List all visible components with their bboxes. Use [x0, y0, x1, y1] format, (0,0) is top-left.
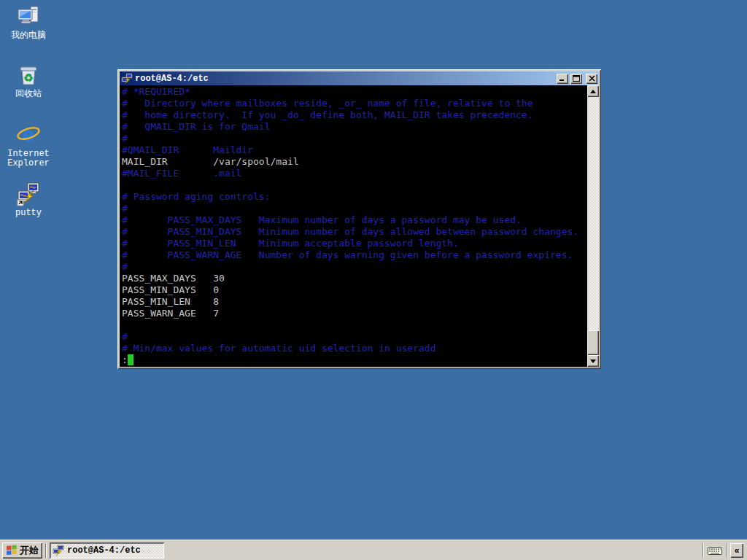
taskbar: 开始 root@AS-4:/etc « — [0, 540, 747, 560]
terminal-line: # QMAIL_DIR is for Qmail — [122, 121, 587, 133]
minimize-button[interactable] — [557, 74, 568, 84]
scroll-down-button[interactable] — [587, 355, 599, 367]
terminal-line: # PASS_MIN_DAYS Minimum number of days a… — [122, 226, 587, 238]
terminal-line: : — [122, 354, 587, 366]
desktop-icon-label: 回收站 — [5, 90, 52, 99]
terminal-line: # — [122, 331, 587, 343]
taskbar-task-putty[interactable]: root@AS-4:/etc — [50, 542, 164, 559]
system-tray: « — [703, 540, 745, 560]
terminal-line: # Min/max values for automatic uid selec… — [122, 343, 587, 354]
terminal-line: MAIL_DIR /var/spool/mail — [122, 156, 587, 168]
arrow-down-icon — [590, 359, 596, 363]
maximize-button[interactable] — [570, 74, 582, 84]
scrollbar-track[interactable] — [587, 97, 599, 355]
start-button[interactable]: 开始 — [2, 542, 42, 559]
terminal-line: PASS_WARN_AGE 7 — [122, 308, 587, 319]
scroll-up-button[interactable] — [587, 85, 599, 97]
tray-expand-label: « — [735, 545, 740, 556]
terminal-line — [122, 179, 587, 191]
terminal-line: # Password aging controls: — [122, 191, 587, 203]
start-button-label: 开始 — [20, 544, 39, 557]
minimize-icon — [559, 75, 566, 82]
terminal-screen[interactable]: # *REQUIRED*# Directory where mailboxes … — [120, 85, 587, 367]
tray-expand-button[interactable]: « — [730, 543, 743, 558]
terminal-line: # PASS_MIN_LEN Minimum acceptable passwo… — [122, 238, 587, 249]
internet-explorer-icon: e — [5, 122, 52, 147]
my-computer-icon — [5, 4, 52, 29]
window-title: root@AS-4:/etc — [135, 74, 554, 83]
terminal-line: # Directory where mailboxes reside, _or_… — [122, 98, 587, 109]
terminal-line: #MAIL_FILE .mail — [122, 168, 587, 179]
terminal-line: # — [122, 133, 587, 144]
desktop-icon-putty[interactable]: putty — [5, 182, 52, 218]
desktop-icon-label: 我的电脑 — [5, 31, 52, 41]
terminal-line: # PASS_WARN_AGE Number of days warning g… — [122, 249, 587, 261]
terminal-line: # *REQUIRED* — [122, 86, 587, 98]
terminal-line: PASS_MIN_LEN 8 — [122, 296, 587, 308]
arrow-up-icon — [590, 90, 596, 93]
close-button[interactable] — [586, 74, 597, 84]
putty-icon — [5, 182, 52, 206]
desktop-icon-my-computer[interactable]: 我的电脑 — [5, 4, 52, 41]
scrollbar-thumb[interactable] — [587, 330, 599, 355]
svg-text:e: e — [23, 123, 34, 146]
desktop-icon-label: Internet Explorer — [5, 149, 52, 168]
recycle-bin-icon: ♻ — [5, 63, 52, 88]
window-titlebar[interactable]: root@AS-4:/etc — [120, 71, 599, 85]
desktop-icon-internet-explorer[interactable]: e Internet Explorer — [5, 122, 52, 168]
terminal-line: # PASS_MAX_DAYS Maximum number of days a… — [122, 214, 587, 226]
putty-window: root@AS-4:/etc # *REQUIRED*# Directory w… — [117, 69, 601, 369]
terminal-line: PASS_MIN_DAYS 0 — [122, 284, 587, 296]
terminal-line: #QMAIL_DIR Maildir — [122, 144, 587, 156]
close-icon — [589, 75, 595, 82]
tray-divider — [703, 543, 704, 558]
maximize-icon — [573, 75, 580, 82]
svg-text:♻: ♻ — [23, 71, 33, 84]
windows-logo-icon — [6, 545, 18, 556]
desktop-icon-label: putty — [5, 209, 52, 218]
putty-task-icon — [53, 545, 64, 556]
task-button-label: root@AS-4:/etc — [67, 545, 141, 556]
tray-divider — [726, 543, 727, 558]
taskbar-divider — [45, 543, 47, 558]
terminal-line — [122, 319, 587, 331]
terminal-line: # — [122, 203, 587, 214]
terminal-line: # — [122, 261, 587, 273]
input-method-keyboard-icon[interactable] — [707, 545, 723, 556]
putty-window-icon — [121, 73, 133, 85]
terminal-line: PASS_MAX_DAYS 30 — [122, 273, 587, 284]
terminal-cursor — [128, 354, 133, 365]
terminal-scrollbar[interactable] — [587, 85, 599, 367]
desktop-icon-recycle-bin[interactable]: ♻ 回收站 — [5, 63, 52, 99]
terminal-line: # home directory. If you _do_ define bot… — [122, 109, 587, 121]
